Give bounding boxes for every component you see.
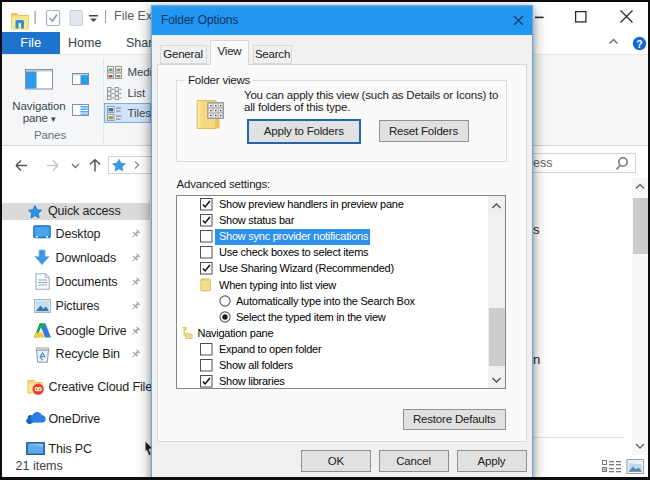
svg-text:?: ?	[636, 38, 642, 50]
